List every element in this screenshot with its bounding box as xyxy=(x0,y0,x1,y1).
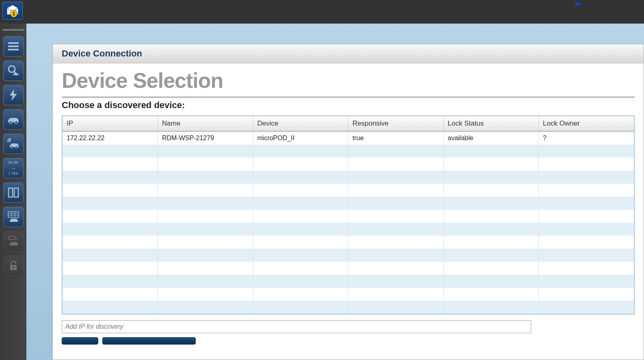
cell-ip: 172.22.22.22 xyxy=(63,131,158,145)
menu-icon xyxy=(6,39,20,53)
sidebar-lock-button[interactable] xyxy=(3,256,24,276)
sidebar-panels-button[interactable] xyxy=(3,182,24,203)
table-row[interactable] xyxy=(63,197,634,210)
device-connection-panel: Device Connection Device Selection Choos… xyxy=(52,44,644,360)
svg-rect-1 xyxy=(8,46,19,47)
grid-vehicle-icon xyxy=(6,210,20,224)
sidebar-divider xyxy=(2,29,24,30)
data-line1: Rx d8 xyxy=(9,160,18,165)
sidebar: Rx d8 → 1 7E0 xyxy=(0,24,26,360)
device-table-wrap: IP Name Device Responsive Lock Status Lo… xyxy=(62,115,635,314)
col-header-name[interactable]: Name xyxy=(158,116,253,131)
svg-rect-11 xyxy=(14,188,18,197)
table-row[interactable] xyxy=(63,171,634,184)
svg-point-9 xyxy=(15,146,17,148)
table-row[interactable]: 172.22.22.22 RDM-WSP-21279 microPOD_II t… xyxy=(63,131,634,145)
svg-point-8 xyxy=(11,146,13,148)
action-button-2[interactable] xyxy=(102,337,196,345)
search-vehicle-icon xyxy=(6,64,20,78)
svg-point-6 xyxy=(15,121,17,124)
svg-line-18 xyxy=(15,238,18,240)
main-layout: Rx d8 → 1 7E0 xyxy=(0,24,644,360)
col-header-device[interactable]: Device xyxy=(253,116,348,131)
table-row[interactable] xyxy=(63,184,634,197)
col-header-lock-status[interactable]: Lock Status xyxy=(443,116,539,131)
sidebar-menu-button[interactable] xyxy=(3,36,24,56)
svg-rect-0 xyxy=(8,42,19,44)
svg-rect-2 xyxy=(8,49,19,50)
svg-rect-12 xyxy=(8,212,19,217)
action-button-1[interactable] xyxy=(62,337,98,345)
wireless-vehicle-icon xyxy=(6,137,20,151)
cell-device: microPOD_II xyxy=(253,131,348,145)
button-row xyxy=(62,337,635,345)
svg-rect-17 xyxy=(9,236,15,240)
sidebar-grid-vehicle-button[interactable] xyxy=(3,207,24,227)
sidebar-search-vehicle-button[interactable] xyxy=(3,61,24,81)
sidebar-vehicle-button[interactable] xyxy=(3,109,24,130)
panel-body: Device Selection Choose a discovered dev… xyxy=(53,63,644,360)
svg-point-7 xyxy=(9,141,11,142)
config-vehicle-icon xyxy=(6,234,20,248)
col-header-responsive[interactable]: Responsive xyxy=(348,116,444,131)
page-subtitle: Choose a discovered device: xyxy=(62,100,635,111)
top-bar: 1 xyxy=(0,0,644,24)
table-row[interactable] xyxy=(63,275,634,288)
pointer-icon xyxy=(573,1,583,8)
cell-lock-owner: ? xyxy=(539,131,634,145)
device-table: IP Name Device Responsive Lock Status Lo… xyxy=(63,116,634,314)
table-row[interactable] xyxy=(63,236,634,249)
notification-badge: 1 xyxy=(10,10,17,17)
svg-rect-20 xyxy=(13,267,14,269)
sidebar-wireless-vehicle-button[interactable] xyxy=(3,134,24,154)
table-header-row: IP Name Device Responsive Lock Status Lo… xyxy=(63,116,634,131)
table-row[interactable] xyxy=(63,249,634,262)
device-table-body: 172.22.22.22 RDM-WSP-21279 microPOD_II t… xyxy=(63,131,634,314)
data-line2: 1 7E0 xyxy=(9,171,18,176)
table-row[interactable] xyxy=(63,223,634,236)
svg-point-3 xyxy=(9,66,15,72)
svg-point-5 xyxy=(9,121,12,124)
cell-lock-status: available xyxy=(443,131,539,145)
content-area: Device Connection Device Selection Choos… xyxy=(26,24,644,360)
col-header-ip[interactable]: IP xyxy=(63,116,158,131)
cell-responsive: true xyxy=(348,131,444,145)
flash-icon xyxy=(6,88,20,102)
add-ip-input[interactable] xyxy=(62,320,531,333)
app-icon[interactable]: 1 xyxy=(2,2,23,20)
page-title: Device Selection xyxy=(62,68,635,93)
sidebar-data-button[interactable]: Rx d8 → 1 7E0 xyxy=(3,158,24,178)
table-row[interactable] xyxy=(63,262,634,275)
svg-rect-10 xyxy=(9,188,13,197)
sidebar-flash-button[interactable] xyxy=(3,85,24,105)
title-divider xyxy=(62,97,635,98)
table-row[interactable] xyxy=(63,158,634,171)
arrow-right-icon: → xyxy=(11,165,16,172)
table-row[interactable] xyxy=(63,301,634,314)
sidebar-config-vehicle-button[interactable] xyxy=(3,231,24,252)
lock-icon xyxy=(6,259,20,273)
cell-name: RDM-WSP-21279 xyxy=(158,131,253,145)
table-row[interactable] xyxy=(63,145,634,158)
vehicle-icon xyxy=(6,113,20,126)
ip-input-row xyxy=(62,320,635,333)
table-row[interactable] xyxy=(63,210,634,223)
panels-icon xyxy=(6,186,20,200)
panel-header: Device Connection xyxy=(53,44,644,63)
col-header-lock-owner[interactable]: Lock Owner xyxy=(539,116,634,131)
table-row[interactable] xyxy=(63,288,634,301)
